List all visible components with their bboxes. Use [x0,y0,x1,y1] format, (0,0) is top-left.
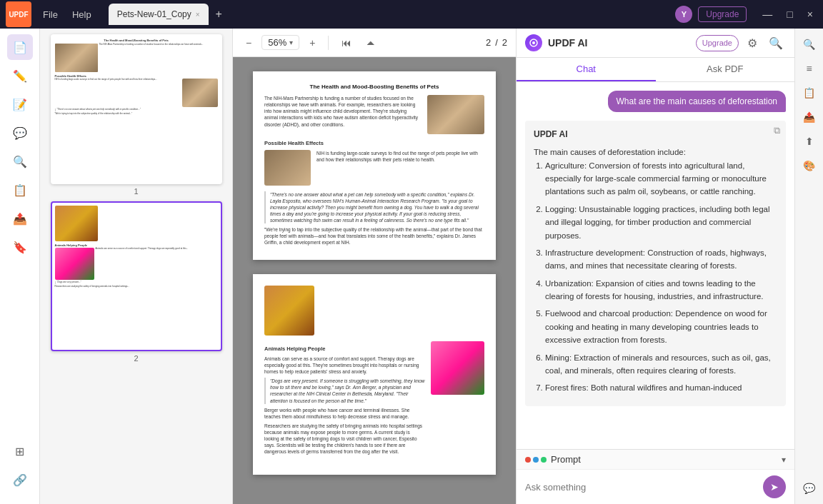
sidebar-icon-search[interactable]: 🔍 [7,148,33,174]
ai-response-list: Agriculture: Conversion of forests into … [534,159,777,395]
dot-blue [533,457,539,463]
avatar: Y [675,6,692,23]
ai-response-intro: The main causes of deforestation include… [534,148,686,156]
right-icon-bar: 🔍 ≡ 📋 📤 ⬆ 🎨 💬 [794,29,823,504]
thumbnail-label-1: 1 [134,187,138,196]
right-ocr-icon[interactable]: ≡ [799,59,819,79]
list-item-2: Logging: Unsustainable logging practices… [545,203,777,242]
tab-chat[interactable]: Chat [517,58,656,81]
prompt-input[interactable] [525,482,757,493]
page1-img1 [427,95,484,134]
ai-logo-icon [525,34,542,51]
window-controls: — □ × [758,7,817,21]
titlebar-right: Y Upgrade [675,6,747,23]
ai-upgrade-btn[interactable]: Upgrade [696,35,739,51]
tab-bar: Pets-New-01_Copy × + [109,4,670,25]
menu-help[interactable]: Help [66,6,97,23]
page-total: 2 [502,37,507,48]
app-logo: UPDF [6,1,31,27]
thumbnail-page-1-img: The Health and Mood-Boosting Benefits of… [51,34,222,184]
page2-quote1: "Dogs are very present. If someone is st… [264,378,425,403]
thumbnail-panel: The Health and Mood-Boosting Benefits of… [40,29,233,504]
page-nav: 2 / 2 [486,37,507,48]
toolbar: − 56% ▾ + ⏮ ⏶ 2 / 2 [233,29,516,57]
minimize-btn[interactable]: — [758,7,777,21]
sidebar-icon-comment[interactable]: 💬 [7,120,33,146]
ai-panel-title: UPDF AI [548,37,587,49]
page2-col [320,286,484,336]
tab-close-btn[interactable]: × [196,11,200,19]
tab-pets[interactable]: Pets-New-01_Copy × [109,4,209,25]
ai-panel: UPDF AI Upgrade ⚙ 🔍 Chat Ask PDF What ar… [516,29,794,504]
list-item-6: Mining: Extraction of minerals and resou… [545,351,777,378]
ai-message: ⧉ UPDF AI The main causes of deforestati… [525,121,786,406]
page1-quote2: "We're trying to tap into the subjective… [264,226,484,246]
prompt-input-area: ➤ [517,470,794,504]
user-message: What are the main causes of deforestatio… [608,91,786,112]
send-button[interactable]: ➤ [763,475,786,498]
nav-prev-btn[interactable]: ⏶ [361,34,380,51]
list-item-1: Agriculture: Conversion of forests into … [545,159,777,198]
titlebar: UPDF File Help Pets-New-01_Copy × + Y Up… [0,0,823,29]
svg-point-1 [532,41,535,44]
tab-title: Pets-New-01_Copy [117,9,191,19]
zoom-level: 56% [268,37,286,48]
nav-first-btn[interactable]: ⏮ [337,34,356,51]
ai-settings-btn[interactable]: ⚙ [744,35,760,51]
upgrade-button[interactable]: Upgrade [698,6,747,22]
sidebar-icon-layers[interactable]: ⊞ [7,438,33,464]
copy-btn[interactable]: ⧉ [774,125,780,136]
thumbnail-page-2[interactable]: Animals Helping People Animals can serve… [46,201,226,363]
close-btn[interactable]: × [803,7,817,21]
prompt-dots-icon [525,457,547,463]
sidebar-icon-link[interactable]: 🔗 [7,467,33,493]
menu-file[interactable]: File [37,6,64,23]
page1-para1: The NIH-Mars Partnership is funding a nu… [264,95,422,134]
list-item-4: Urbanization: Expansion of cities and to… [545,277,777,303]
sidebar-icon-pages[interactable]: 📋 [7,177,33,203]
page2-img2 [431,341,484,395]
zoom-dropdown-arrow[interactable]: ▾ [289,39,293,46]
page-current: 2 [486,37,491,48]
toolbar-divider-1 [328,36,329,50]
prompt-bar: Prompt ▾ ➤ [517,449,794,504]
ai-search-btn[interactable]: 🔍 [766,35,786,51]
ai-message-label: UPDF AI [534,128,777,141]
pdf-page-2: Animals Helping People Animals can serve… [253,274,496,475]
sidebar-icon-bookmark[interactable]: 🔖 [7,234,33,260]
new-tab-btn[interactable]: + [211,6,226,22]
thumbnail-page-1[interactable]: The Health and Mood-Boosting Benefits of… [46,34,226,196]
ai-tabs: Chat Ask PDF [517,58,794,82]
pdf-page-1: The Health and Mood-Boosting Benefits of… [253,71,496,260]
right-upload-icon[interactable]: ⬆ [799,131,819,151]
page2-section: Animals Helping People [264,346,425,353]
zoom-out-btn[interactable]: − [241,34,256,51]
page1-title: The Health and Mood-Boosting Benefits of… [264,83,484,91]
ai-title: UPDF AI [525,34,587,51]
sidebar-icon-export[interactable]: 📤 [7,206,33,231]
sidebar-icon-annotate[interactable]: 📝 [7,91,33,117]
ai-chat-area[interactable]: What are the main causes of deforestatio… [517,82,794,449]
list-item-3: Infrastructure development: Construction… [545,246,777,273]
zoom-in-btn[interactable]: + [305,34,319,51]
dot-red [525,457,531,463]
sidebar-icon-document[interactable]: 📄 [7,34,33,60]
page-sep: / [495,37,498,48]
right-share-icon[interactable]: 📤 [799,107,819,127]
prompt-label-text: Prompt [551,454,581,465]
prompt-chevron-icon[interactable]: ▾ [782,455,786,465]
list-item-5: Fuelwood and charcoal production: Depend… [545,307,777,346]
page1-quote1: "There's no one answer about what a pet … [264,191,484,223]
sidebar-icon-edit[interactable]: ✏️ [7,63,33,89]
prompt-label: Prompt [525,454,581,465]
prompt-header: Prompt ▾ [517,450,794,470]
right-palette-icon[interactable]: 🎨 [799,156,819,176]
tab-ask-pdf[interactable]: Ask PDF [656,58,795,81]
right-extract-icon[interactable]: 📋 [799,83,819,103]
right-search-icon[interactable]: 🔍 [799,34,819,54]
page2-img1 [264,286,314,336]
right-ai-icon[interactable]: 💬 [799,478,819,498]
pdf-viewer[interactable]: The Health and Mood-Boosting Benefits of… [233,57,516,504]
page1-img2 [264,150,311,186]
maximize-btn[interactable]: □ [782,7,797,21]
